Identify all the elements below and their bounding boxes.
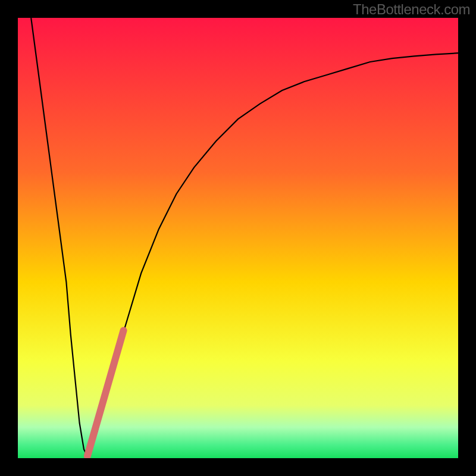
watermark-text: TheBottleneck.com — [353, 1, 470, 18]
bottleneck-curve — [31, 18, 458, 458]
chart-svg — [18, 18, 458, 458]
chart-frame: TheBottleneck.com — [0, 0, 476, 476]
plot-area — [18, 18, 458, 458]
highlight-marker — [87, 330, 124, 456]
